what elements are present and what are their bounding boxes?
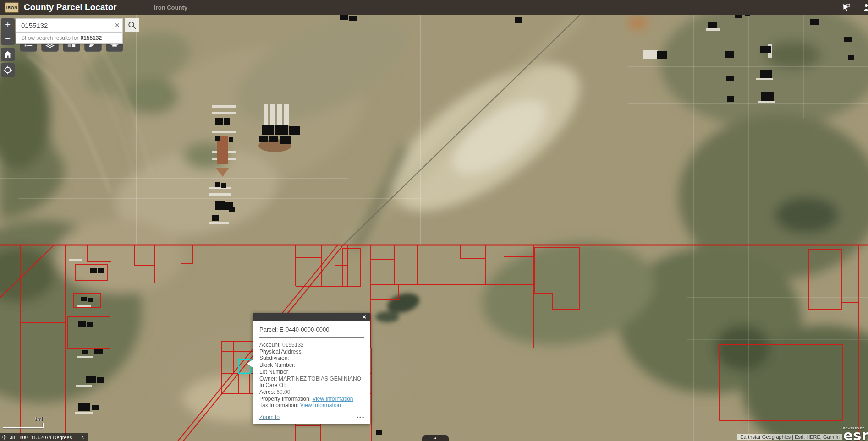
home-button[interactable] (1, 48, 15, 61)
popup-titlebar[interactable]: × (253, 313, 370, 321)
clear-search-icon[interactable]: × (112, 21, 122, 30)
zoom-to-link[interactable]: Zoom to (259, 414, 280, 420)
map-canvas[interactable] (0, 0, 868, 441)
popup-field-row: Block Number: (259, 362, 364, 369)
popup-field-row: Owner: MARTINEZ TOBIAS GEMINIANO (259, 376, 364, 382)
popup-field-value: 0155132 (282, 342, 304, 348)
county-logo-text: IRON (6, 5, 18, 10)
coordinate-widget: 38.1800 -113.2074 Degrees ∧ (0, 433, 88, 441)
search-button[interactable] (125, 18, 139, 32)
select-tool-icon[interactable] (841, 3, 851, 12)
maximize-icon[interactable] (353, 315, 357, 319)
popup-field-label: Account: (259, 342, 282, 348)
popup-field-label: Subdivision: (259, 355, 289, 361)
popup-field-label: In Care Of: (259, 382, 286, 388)
locate-icon (3, 65, 12, 75)
more-actions-icon[interactable]: ••• (357, 414, 365, 420)
zoom-control: + − (1, 18, 15, 45)
popup-field-row: Acres: 60.00 (259, 389, 364, 396)
app-title: County Parcel Locator (24, 2, 117, 12)
search-input-box: × (16, 18, 123, 32)
popup-fields: Account: 0155132Physical Address: Subdiv… (259, 342, 364, 409)
my-location-button[interactable] (1, 63, 15, 77)
popup-field-row: Physical Address: (259, 348, 364, 355)
popup-field-label: Property Information: (259, 396, 312, 402)
popup-field-value: 60.00 (276, 389, 290, 395)
popup-field-row: In Care Of: (259, 382, 364, 389)
popup-field-label: Lot Number: (259, 369, 290, 375)
popup-parcel-title: Parcel: E-0440-0000-0000 (259, 326, 364, 333)
popup-divider (259, 337, 364, 338)
popup-footer: Zoom to ••• (259, 414, 365, 420)
popup-field-row: Lot Number: (259, 369, 364, 376)
close-icon[interactable]: × (362, 315, 366, 319)
coordinate-display: 38.1800 -113.2074 Degrees (0, 433, 77, 441)
scale-label: 1mi (35, 416, 43, 422)
view-information-link[interactable]: View Information (300, 402, 341, 408)
home-icon (3, 50, 12, 59)
view-information-link[interactable]: View Information (312, 396, 353, 402)
popup-field-label: Block Number: (259, 362, 296, 368)
county-logo: IRON (5, 2, 19, 13)
search-input[interactable] (16, 22, 112, 29)
suggestion-text: Show search results for (21, 35, 78, 41)
popup-field-label: Acres: (259, 389, 276, 395)
crosshair-icon[interactable] (2, 435, 7, 440)
popup-anchor-arrow (247, 359, 253, 368)
search-suggestion[interactable]: Show search results for 0155132 (16, 32, 123, 44)
esri-logo: POWERED BY esri (843, 427, 868, 441)
popup-field-row: Tax Information: View Information (259, 402, 364, 409)
esri-logo-text: esri (843, 430, 868, 441)
popup-field-label: Owner: (259, 376, 279, 382)
zoom-in-button[interactable]: + (1, 18, 15, 32)
coordinate-text: 38.1800 -113.2074 Degrees (10, 435, 72, 440)
scale-bar: 1mi (2, 419, 52, 431)
app-header: IRON County Parcel Locator Iron County (0, 0, 868, 15)
attribute-table-tab[interactable]: ▲ (422, 435, 449, 441)
popup-field-row: Subdivision: (259, 355, 364, 362)
terrain-layer (0, 0, 868, 441)
popup-field-value: MARTINEZ TOBIAS GEMINIANO (279, 376, 361, 382)
county-name-label: Iron County (154, 4, 187, 11)
search-icon (127, 21, 137, 30)
map-attribution: Earthstar Geographics | Esri, HERE, Garm… (737, 434, 842, 440)
parcel-popup: × Parcel: E-0440-0000-0000 Account: 0155… (253, 313, 370, 424)
popup-body: Parcel: E-0440-0000-0000 Account: 015513… (253, 321, 370, 409)
coordinate-expand-button[interactable]: ∧ (77, 433, 88, 441)
popup-field-label: Physical Address: (259, 348, 303, 355)
zoom-out-button[interactable]: − (1, 32, 15, 45)
popup-field-label: Tax Information: (259, 402, 300, 408)
clipped-widget-icon[interactable] (862, 3, 868, 12)
parcel-locator-app: IRON County Parcel Locator Iron County +… (0, 0, 868, 441)
popup-field-row: Account: 0155132 (259, 342, 364, 348)
suggestion-term: 0155132 (80, 35, 102, 41)
popup-field-row: Property Information: View Information (259, 396, 364, 403)
